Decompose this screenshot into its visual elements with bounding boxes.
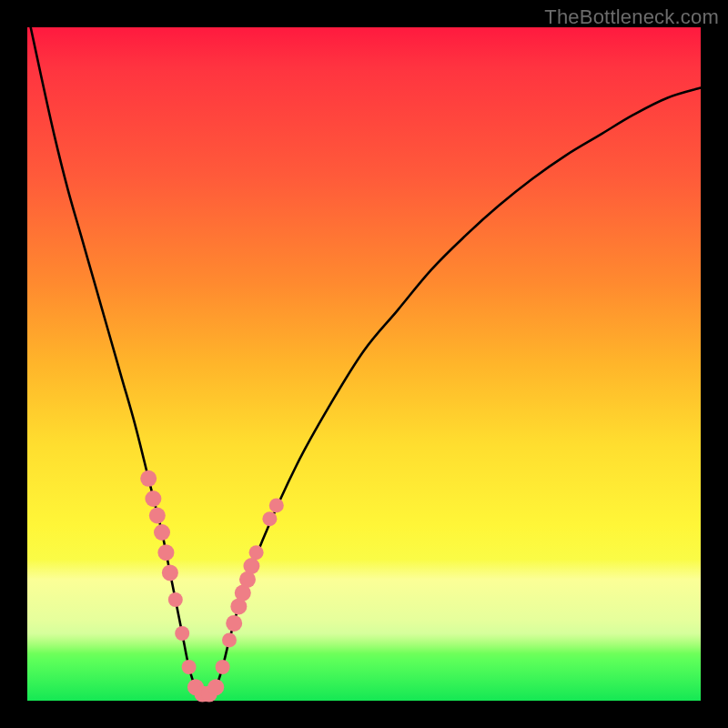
chart-svg	[27, 27, 701, 701]
curve-marker	[269, 498, 284, 512]
bottleneck-curve	[31, 27, 701, 695]
watermark-text: TheBottleneck.com	[544, 5, 719, 29]
curve-marker	[145, 490, 161, 507]
curve-marker	[157, 544, 174, 561]
curve-marker	[249, 545, 264, 560]
curve-markers	[140, 470, 284, 703]
curve-marker	[216, 660, 230, 674]
curve-marker	[162, 564, 178, 581]
curve-marker	[154, 524, 170, 541]
curve-marker	[168, 592, 183, 607]
curve-marker	[182, 660, 197, 674]
chart-frame: TheBottleneck.com	[0, 0, 728, 728]
curve-marker	[207, 679, 224, 695]
curve-marker	[149, 508, 166, 524]
curve-marker	[140, 470, 157, 487]
curve-marker	[222, 632, 237, 647]
curve-marker	[175, 626, 189, 641]
curve-marker	[243, 558, 259, 574]
curve-marker	[226, 615, 242, 632]
curve-marker	[262, 511, 277, 526]
